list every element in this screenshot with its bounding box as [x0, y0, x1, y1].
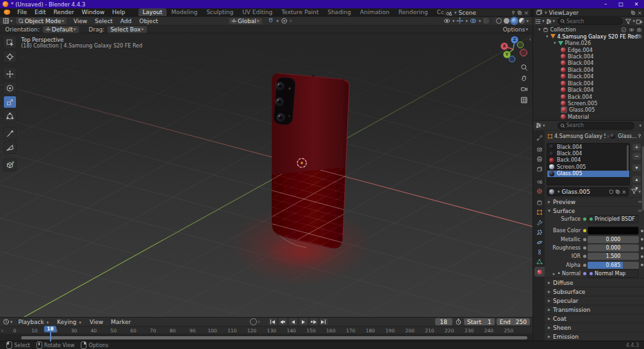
tab-render[interactable]: [534, 144, 545, 154]
value-slider[interactable]: 0.000: [588, 244, 639, 251]
material-slot[interactable]: Screen.005: [547, 164, 629, 170]
outliner-restriction-icon[interactable]: [545, 18, 552, 25]
frame-end-field[interactable]: End 250: [497, 318, 530, 325]
timeline-menu-keying[interactable]: Keying ▾: [53, 319, 86, 325]
mode-dropdown[interactable]: Object Mode ▾: [15, 17, 67, 25]
current-frame-field[interactable]: 18: [435, 318, 452, 325]
minimize-button[interactable]: –: [598, 0, 613, 8]
tab-collection[interactable]: [534, 198, 545, 207]
gizmos-toggle[interactable]: [455, 17, 465, 24]
checkbox-icon[interactable]: [621, 27, 627, 33]
fake-user-icon[interactable]: [609, 189, 614, 194]
blender-menu-icon[interactable]: [4, 10, 10, 15]
node-field[interactable]: Normal Map: [588, 269, 639, 278]
copy-scene-icon[interactable]: [517, 10, 522, 15]
animate-dot[interactable]: [641, 230, 643, 232]
properties-options-icon[interactable]: ▾: [638, 123, 642, 128]
orientation-setting-dropdown[interactable]: Default ▾: [42, 26, 79, 33]
properties-editor-icon[interactable]: [535, 122, 542, 129]
camera-icon[interactable]: [636, 33, 642, 39]
outliner-row[interactable]: Black.004: [533, 60, 644, 66]
outliner-row[interactable]: Black.004: [533, 67, 644, 73]
use-preview-range-icon[interactable]: [455, 318, 462, 325]
workspace-tab-rendering[interactable]: Rendering: [394, 8, 433, 16]
editor-type-icon[interactable]: [3, 17, 10, 24]
outliner-row[interactable]: Black.004: [533, 80, 644, 87]
tab-scene[interactable]: [534, 176, 545, 186]
node-field[interactable]: Principled BSDF: [588, 215, 639, 223]
workspace-tab-layout[interactable]: Layout: [138, 8, 167, 16]
panel-header-subsurface[interactable]: ▸Subsurface: [545, 287, 644, 296]
outliner-row[interactable]: ▾Collection: [533, 26, 644, 33]
timeline-scrollbar[interactable]: [21, 336, 527, 339]
copy-view-layer-icon[interactable]: [631, 10, 636, 15]
filter-icon[interactable]: [625, 18, 632, 25]
close-button[interactable]: ×: [629, 0, 644, 8]
tab-world[interactable]: [534, 186, 545, 196]
sidebar-toggle-icon[interactable]: ‹: [529, 36, 531, 42]
tab-object[interactable]: [534, 208, 545, 217]
outliner-row[interactable]: Back.004: [533, 93, 644, 99]
material-name-field[interactable]: ▾ Glass.005 ×: [547, 187, 629, 196]
workspace-tab-animation[interactable]: Animation: [356, 8, 394, 16]
expand-icon[interactable]: ▾: [553, 40, 557, 46]
zoom-view-button[interactable]: [520, 63, 529, 72]
menu-file[interactable]: File: [13, 9, 31, 15]
timeline-menu-playback[interactable]: Playback ▾: [15, 319, 54, 325]
move-slot-up-button[interactable]: ▴: [632, 175, 641, 183]
outliner-row[interactable]: ▾4.Samsung Galaxy S20 FE Red: [533, 33, 644, 39]
material-slot[interactable]: Black.004: [547, 150, 629, 157]
panel-header-transmission[interactable]: ▸Transmission: [545, 305, 644, 314]
outliner-row[interactable]: Glass.005: [533, 106, 644, 113]
tab-tool[interactable]: [534, 133, 545, 142]
pan-view-button[interactable]: [520, 74, 529, 83]
pin-icon[interactable]: [637, 133, 642, 139]
timeline-expand-icon[interactable]: ›: [1, 328, 3, 334]
outliner-row[interactable]: ▾Plane.026: [533, 40, 644, 46]
add-slot-button[interactable]: +: [632, 143, 641, 151]
workspace-tab-uv-editing[interactable]: UV Editing: [238, 8, 277, 16]
menu-render[interactable]: Render: [50, 9, 78, 15]
outliner-search[interactable]: [557, 17, 623, 25]
panel-header-coat[interactable]: ▸Coat: [545, 314, 644, 323]
slot-list-scrollbar[interactable]: [627, 145, 629, 171]
tab-object-data[interactable]: [534, 257, 545, 267]
wireframe-shading-button[interactable]: [496, 18, 502, 24]
timeline-menu-view[interactable]: View: [86, 319, 107, 325]
workspace-tab-sculpting[interactable]: Sculpting: [202, 8, 238, 16]
eye-icon[interactable]: [629, 27, 634, 33]
viewport-menu-object[interactable]: Object: [135, 18, 161, 24]
overlays-toggle[interactable]: [468, 17, 478, 24]
material-slot[interactable]: Back.004: [547, 157, 629, 164]
panel-header-sheen[interactable]: ▸Sheen: [545, 323, 644, 332]
proportional-edit-toggle[interactable]: [279, 17, 289, 24]
xray-toggle[interactable]: [481, 17, 491, 24]
transform-tool[interactable]: [3, 110, 17, 123]
snap-toggle[interactable]: [266, 17, 276, 24]
options-dropdown[interactable]: Options▾: [503, 26, 529, 33]
scale-tool[interactable]: [3, 96, 17, 108]
material-slot[interactable]: Glass.005: [547, 171, 629, 177]
expand-icon[interactable]: ▾: [538, 27, 541, 32]
menu-window[interactable]: Window: [78, 9, 109, 15]
unlink-scene-icon[interactable]: ×: [524, 10, 529, 16]
material-preview-button[interactable]: [511, 18, 517, 24]
breadcrumb-object[interactable]: 4.Samsung Galaxy S20…: [554, 133, 606, 139]
viewport-3d[interactable]: Z X Y Top Perspective (18) Collection | …: [0, 33, 533, 317]
preview-panel-header[interactable]: ▸ Preview ≡: [545, 198, 644, 206]
scene-selector[interactable]: ▾ Scene ×: [443, 9, 531, 16]
show-object-types-dropdown[interactable]: [442, 17, 452, 24]
color-swatch[interactable]: [588, 226, 639, 235]
measure-tool[interactable]: [3, 141, 17, 154]
outliner-row[interactable]: Edge.004: [533, 46, 644, 53]
material-browse-icon[interactable]: [549, 189, 554, 194]
rendered-shading-button[interactable]: [519, 18, 525, 24]
tab-modifiers[interactable]: [534, 217, 545, 227]
tab-view-layer[interactable]: [534, 164, 545, 174]
prev-keyframe-button[interactable]: [278, 318, 288, 326]
auto-key-button[interactable]: [250, 318, 257, 325]
timeline-editor-icon[interactable]: [3, 318, 10, 325]
select-box-tool[interactable]: [3, 36, 17, 49]
properties-search[interactable]: [557, 122, 635, 130]
animate-dot[interactable]: [641, 264, 643, 266]
